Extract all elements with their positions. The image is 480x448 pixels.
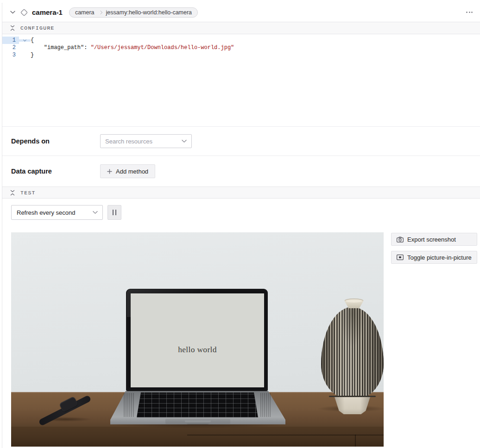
fold-toggle[interactable] (19, 39, 31, 42)
overflow-menu-icon[interactable] (465, 10, 474, 15)
json-key: "image_path" (44, 44, 84, 51)
line-number: 2 (2, 44, 19, 51)
picture-in-picture-icon (397, 255, 404, 260)
component-model-chip: jessamy:hello-world:hello-camera (106, 9, 192, 16)
component-name: camera-1 (32, 8, 63, 16)
json-config-editor[interactable]: 1 { 2 "image_path": "/Users/jessamyt/Dow… (2, 34, 480, 127)
collapse-section-icon (10, 25, 15, 31)
plus-icon (107, 169, 112, 174)
data-capture-row: Data capture Add method (2, 156, 480, 187)
add-method-button[interactable]: Add method (100, 164, 155, 178)
export-screenshot-button[interactable]: Export screenshot (391, 233, 477, 246)
code-line: 3 } (2, 51, 480, 59)
depends-on-select[interactable]: Search resources (100, 134, 192, 148)
component-type-chip: camera (75, 9, 95, 16)
line-number: 1 (2, 37, 19, 44)
configure-section-label: CONFIGURE (20, 25, 55, 31)
data-capture-label: Data capture (11, 168, 100, 175)
refresh-rate-select[interactable]: Refresh every second (11, 205, 103, 220)
component-chips: camera jessamy:hello-world:hello-camera (69, 7, 198, 18)
hello-world-text: hello world (178, 345, 217, 355)
chip-separator-chevron-icon (98, 10, 102, 14)
resource-header: camera-1 camera jessamy:hello-world:hell… (2, 3, 480, 22)
configure-section-header[interactable]: CONFIGURE (2, 22, 480, 34)
depends-on-placeholder: Search resources (105, 138, 152, 145)
test-section-header[interactable]: TEST (2, 187, 480, 199)
fold-caret-icon (23, 38, 26, 41)
camera-icon (397, 236, 404, 243)
laptop-keyboard (137, 392, 258, 417)
json-string-value: "/Users/jessamyt/Downloads/hello-world.j… (91, 44, 234, 51)
code-line: 1 { (2, 37, 480, 44)
code-line: 2 "image_path": "/Users/jessamyt/Downloa… (2, 44, 480, 51)
pause-refresh-button[interactable] (107, 205, 121, 220)
refresh-rate-value: Refresh every second (17, 209, 75, 216)
test-section-body: Refresh every second hello world (2, 199, 480, 447)
depends-on-label: Depends on (11, 137, 100, 145)
resource-card: camera-1 camera jessamy:hello-world:hell… (2, 3, 480, 448)
vase (321, 297, 384, 415)
line-number: 3 (2, 51, 19, 59)
chevron-down-icon (182, 140, 187, 143)
pause-icon (113, 210, 114, 215)
depends-on-row: Depends on Search resources (2, 127, 480, 156)
camera-feed-image: hello world (11, 232, 384, 447)
component-diamond-icon (20, 8, 28, 17)
collapse-section-icon (10, 190, 15, 196)
laptop-display: hello world (131, 293, 264, 387)
toggle-pip-button[interactable]: Toggle picture-in-picture (391, 251, 477, 264)
chevron-down-icon (93, 211, 98, 214)
test-section-label: TEST (20, 190, 36, 196)
collapse-card-chevron-icon[interactable] (9, 9, 16, 16)
